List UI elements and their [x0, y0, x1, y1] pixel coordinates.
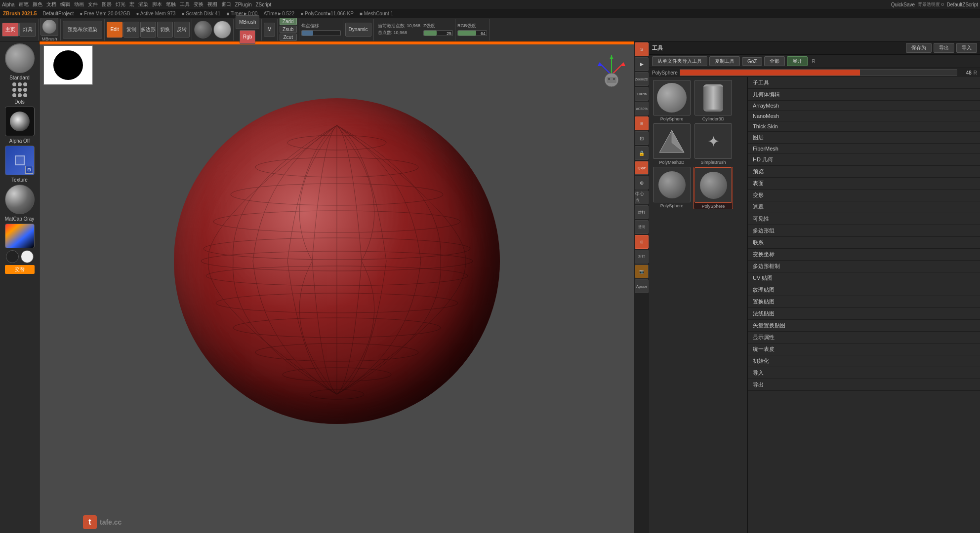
menu-macro[interactable]: 宏: [129, 1, 134, 8]
viewport-area[interactable]: t tafe.cc: [40, 41, 634, 533]
color-picker[interactable]: [5, 224, 35, 248]
menu-brush[interactable]: 画笔: [19, 1, 29, 8]
side-icon-texture[interactable]: 📷: [635, 265, 649, 278]
copy-btn[interactable]: 复制: [123, 22, 139, 38]
menu-view[interactable]: 视图: [207, 1, 217, 8]
menu-document[interactable]: 文档: [46, 1, 56, 8]
tool-item-visibility[interactable]: 可见性: [748, 213, 980, 225]
tool-item-vector-displacement[interactable]: 矢量置换贴图: [748, 320, 980, 332]
menu-window[interactable]: 窗口: [221, 1, 231, 8]
menu-zscript[interactable]: ZScript: [255, 2, 271, 7]
tool-item-export[interactable]: 导出: [748, 379, 980, 391]
zsub-btn[interactable]: Zsub: [280, 26, 297, 33]
m-btn[interactable]: M: [264, 23, 275, 37]
polysphere-count-slider[interactable]: [680, 69, 957, 76]
menu-stroke[interactable]: 笔触: [166, 1, 176, 8]
side-icon-0[interactable]: S: [635, 42, 649, 56]
tool-item-poly-frame[interactable]: 多边形框制: [748, 261, 980, 272]
rgb-btn[interactable]: Rgb: [240, 30, 255, 44]
side-icon-ac50[interactable]: AC50%: [635, 102, 649, 115]
goz-btn[interactable]: GoZ: [742, 57, 762, 66]
tool-item-preview[interactable]: 预览: [748, 166, 980, 178]
side-icon-1[interactable]: ▶: [635, 57, 649, 71]
copy-tool-btn[interactable]: 复制工具: [709, 56, 740, 66]
brush-preview[interactable]: [41, 18, 58, 36]
texture-preview[interactable]: ⊞: [5, 146, 35, 175]
home-tab[interactable]: 主页: [2, 23, 19, 37]
menu-edit[interactable]: 编辑: [60, 1, 70, 8]
menu-render[interactable]: 渲染: [138, 1, 148, 8]
menu-tool[interactable]: 工具: [180, 1, 190, 8]
polysphere-r-btn[interactable]: R: [974, 70, 977, 76]
tool-item-hd-geo[interactable]: HD 几何: [748, 154, 980, 166]
tool-item-initialize[interactable]: 初始化: [748, 355, 980, 367]
menu-color[interactable]: 颜色: [33, 1, 42, 8]
import-btn[interactable]: 导入: [956, 43, 977, 53]
load-from-file-btn[interactable]: 从单文件夹导入工具: [652, 56, 707, 66]
orientation-gizmo[interactable]: [592, 45, 631, 90]
thumb-polysphere[interactable]: PolySphere: [652, 80, 692, 121]
menu-light[interactable]: 灯光: [116, 1, 125, 8]
menu-zplugin[interactable]: ZPlugin: [235, 2, 252, 7]
rgb-intensity-slider[interactable]: 64: [457, 30, 487, 36]
invert-btn[interactable]: 反转: [174, 22, 190, 38]
side-icon-list[interactable]: 对打: [635, 250, 649, 264]
tool-item-import[interactable]: 导入: [748, 367, 980, 379]
save-as-btn[interactable]: 保存为: [906, 43, 932, 53]
tool-item-transform[interactable]: 变换坐标: [748, 249, 980, 261]
light-tab[interactable]: 灯具: [19, 23, 36, 37]
menu-alpha[interactable]: Alpha: [2, 2, 15, 7]
tool-item-polygroup[interactable]: 多边形组: [748, 225, 980, 237]
brush-sphere[interactable]: [5, 43, 35, 73]
side-icon-center[interactable]: 中心点: [635, 190, 649, 204]
alpha-preview[interactable]: [5, 107, 35, 136]
side-icon-transparent[interactable]: 透明: [635, 220, 649, 234]
project-name[interactable]: DefaultProject: [42, 11, 74, 16]
tool-item-geo-edit[interactable]: 几何体编辑: [748, 89, 980, 101]
side-icon-grid[interactable]: ⊡: [635, 131, 649, 145]
polygon-btn[interactable]: 多边形: [140, 22, 156, 38]
zadd-btn[interactable]: Zadd: [280, 18, 297, 25]
tool-item-layer[interactable]: 图层: [748, 132, 980, 144]
side-icon-100pct[interactable]: 100%: [635, 87, 649, 101]
quicksave-btn[interactable]: QuickSave: [891, 2, 915, 7]
bg-opacity[interactable]: 背景透明度 0: [918, 1, 944, 8]
side-icon-settings[interactable]: Apose: [635, 279, 649, 293]
edit-btn[interactable]: Edit: [107, 22, 122, 38]
side-icon-zoom2d[interactable]: Zoom2D: [635, 72, 649, 86]
tool-item-thick-skin[interactable]: Thick Skin: [748, 121, 980, 132]
material-sphere-flat[interactable]: [213, 21, 231, 38]
thumb-polysphere-2[interactable]: PolySphere: [652, 167, 692, 209]
matcap-sphere[interactable]: [5, 185, 35, 214]
switch-btn[interactable]: 切换: [157, 22, 173, 38]
color-swatch-black[interactable]: [6, 250, 19, 263]
z-intensity-slider[interactable]: 25: [423, 30, 453, 36]
tool-item-arraymesh[interactable]: ArrayMesh: [748, 101, 980, 111]
zcut-btn[interactable]: Zcut: [280, 34, 297, 41]
side-icon-xyz[interactable]: Qxyz: [635, 161, 649, 175]
side-icon-orange-2[interactable]: ⊞: [635, 235, 649, 249]
material-sphere[interactable]: [194, 21, 212, 38]
dynamic-btn[interactable]: Dynamic: [345, 23, 371, 37]
tool-item-texture-map[interactable]: 纹理贴图: [748, 284, 980, 296]
dots-icon[interactable]: [10, 82, 30, 97]
tool-item-contact[interactable]: 联系: [748, 237, 980, 249]
color-swatch-white[interactable]: [21, 250, 34, 263]
side-icon-orange-1[interactable]: ⊞: [635, 116, 649, 130]
tool-item-normal-map[interactable]: 法线贴图: [748, 308, 980, 320]
all-btn[interactable]: 全部: [764, 56, 785, 66]
side-icon-poly-select[interactable]: 对打: [635, 205, 649, 219]
menu-file[interactable]: 文件: [88, 1, 98, 8]
menu-script[interactable]: 脚本: [152, 1, 162, 8]
tool-item-mask[interactable]: 遮罩: [748, 201, 980, 213]
mrgb-btn[interactable]: MBrush: [236, 15, 259, 29]
thumb-simplebrush[interactable]: ✦ SimpleBrush: [694, 123, 733, 165]
tool-item-uv-map[interactable]: UV 贴图: [748, 272, 980, 284]
menu-animation[interactable]: 动画: [74, 1, 84, 8]
switch-color-btn[interactable]: 交替: [5, 265, 35, 274]
tool-item-deform[interactable]: 变形: [748, 190, 980, 201]
tool-item-unified-skin[interactable]: 统一表皮: [748, 343, 980, 355]
menu-transform[interactable]: 变换: [194, 1, 204, 8]
export-btn[interactable]: 导出: [934, 43, 954, 53]
thumb-polysphere-3[interactable]: PolySphere: [694, 167, 733, 209]
